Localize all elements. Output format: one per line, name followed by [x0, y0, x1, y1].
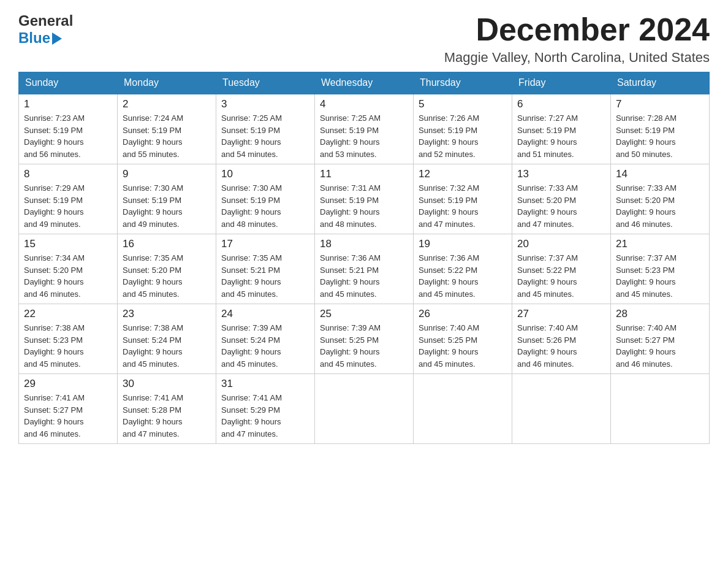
day-info: Sunrise: 7:39 AM Sunset: 5:24 PM Dayligh…: [221, 322, 309, 370]
day-info: Sunrise: 7:34 AM Sunset: 5:20 PM Dayligh…: [24, 252, 112, 300]
day-number: 12: [419, 168, 507, 180]
col-friday: Friday: [512, 72, 611, 94]
day-info: Sunrise: 7:33 AM Sunset: 5:20 PM Dayligh…: [616, 182, 704, 230]
day-number: 19: [419, 238, 507, 250]
calendar-week-row: 29 Sunrise: 7:41 AM Sunset: 5:27 PM Dayl…: [19, 374, 710, 444]
logo: General Blue: [18, 12, 73, 47]
day-info: Sunrise: 7:25 AM Sunset: 5:19 PM Dayligh…: [320, 112, 408, 160]
table-row: 24 Sunrise: 7:39 AM Sunset: 5:24 PM Dayl…: [216, 304, 315, 374]
table-row: 1 Sunrise: 7:23 AM Sunset: 5:19 PM Dayli…: [19, 94, 118, 164]
day-number: 31: [221, 378, 309, 390]
day-number: 8: [24, 168, 112, 180]
day-number: 27: [517, 308, 605, 320]
day-info: Sunrise: 7:27 AM Sunset: 5:19 PM Dayligh…: [517, 112, 605, 160]
table-row: 9 Sunrise: 7:30 AM Sunset: 5:19 PM Dayli…: [118, 164, 216, 234]
day-number: 4: [320, 98, 408, 110]
table-row: 13 Sunrise: 7:33 AM Sunset: 5:20 PM Dayl…: [512, 164, 611, 234]
day-number: 21: [616, 238, 704, 250]
day-info: Sunrise: 7:35 AM Sunset: 5:21 PM Dayligh…: [221, 252, 309, 300]
day-info: Sunrise: 7:32 AM Sunset: 5:19 PM Dayligh…: [419, 182, 507, 230]
day-number: 1: [24, 98, 112, 110]
day-number: 10: [221, 168, 309, 180]
day-info: Sunrise: 7:25 AM Sunset: 5:19 PM Dayligh…: [221, 112, 309, 160]
day-number: 18: [320, 238, 408, 250]
table-row: 29 Sunrise: 7:41 AM Sunset: 5:27 PM Dayl…: [19, 374, 118, 444]
table-row: 19 Sunrise: 7:36 AM Sunset: 5:22 PM Dayl…: [414, 234, 512, 304]
day-info: Sunrise: 7:24 AM Sunset: 5:19 PM Dayligh…: [123, 112, 211, 160]
col-saturday: Saturday: [611, 72, 710, 94]
table-row: 4 Sunrise: 7:25 AM Sunset: 5:19 PM Dayli…: [315, 94, 414, 164]
table-row: 16 Sunrise: 7:35 AM Sunset: 5:20 PM Dayl…: [118, 234, 216, 304]
day-info: Sunrise: 7:37 AM Sunset: 5:23 PM Dayligh…: [616, 252, 704, 300]
day-number: 26: [419, 308, 507, 320]
day-number: 7: [616, 98, 704, 110]
table-row: 25 Sunrise: 7:39 AM Sunset: 5:25 PM Dayl…: [315, 304, 414, 374]
page-header: General Blue December 2024 Maggie Valley…: [18, 12, 710, 66]
day-info: Sunrise: 7:40 AM Sunset: 5:26 PM Dayligh…: [517, 322, 605, 370]
day-info: Sunrise: 7:40 AM Sunset: 5:25 PM Dayligh…: [419, 322, 507, 370]
table-row: 21 Sunrise: 7:37 AM Sunset: 5:23 PM Dayl…: [611, 234, 710, 304]
day-number: 20: [517, 238, 605, 250]
table-row: 26 Sunrise: 7:40 AM Sunset: 5:25 PM Dayl…: [414, 304, 512, 374]
day-number: 29: [24, 378, 112, 390]
day-info: Sunrise: 7:40 AM Sunset: 5:27 PM Dayligh…: [616, 322, 704, 370]
table-row: 6 Sunrise: 7:27 AM Sunset: 5:19 PM Dayli…: [512, 94, 611, 164]
calendar-week-row: 22 Sunrise: 7:38 AM Sunset: 5:23 PM Dayl…: [19, 304, 710, 374]
table-row: 23 Sunrise: 7:38 AM Sunset: 5:24 PM Dayl…: [118, 304, 216, 374]
day-number: 6: [517, 98, 605, 110]
title-section: December 2024 Maggie Valley, North Carol…: [444, 12, 710, 66]
day-number: 28: [616, 308, 704, 320]
table-row: 28 Sunrise: 7:40 AM Sunset: 5:27 PM Dayl…: [611, 304, 710, 374]
day-number: 22: [24, 308, 112, 320]
table-row: 20 Sunrise: 7:37 AM Sunset: 5:22 PM Dayl…: [512, 234, 611, 304]
day-number: 2: [123, 98, 211, 110]
day-info: Sunrise: 7:37 AM Sunset: 5:22 PM Dayligh…: [517, 252, 605, 300]
col-monday: Monday: [118, 72, 216, 94]
day-info: Sunrise: 7:30 AM Sunset: 5:19 PM Dayligh…: [123, 182, 211, 230]
calendar-header-row: Sunday Monday Tuesday Wednesday Thursday…: [19, 72, 710, 94]
table-row: 14 Sunrise: 7:33 AM Sunset: 5:20 PM Dayl…: [611, 164, 710, 234]
day-info: Sunrise: 7:23 AM Sunset: 5:19 PM Dayligh…: [24, 112, 112, 160]
table-row: 11 Sunrise: 7:31 AM Sunset: 5:19 PM Dayl…: [315, 164, 414, 234]
calendar-week-row: 8 Sunrise: 7:29 AM Sunset: 5:19 PM Dayli…: [19, 164, 710, 234]
day-number: 3: [221, 98, 309, 110]
table-row: 2 Sunrise: 7:24 AM Sunset: 5:19 PM Dayli…: [118, 94, 216, 164]
col-thursday: Thursday: [414, 72, 512, 94]
table-row: [414, 374, 512, 444]
month-title: December 2024: [444, 12, 710, 47]
table-row: 17 Sunrise: 7:35 AM Sunset: 5:21 PM Dayl…: [216, 234, 315, 304]
table-row: 27 Sunrise: 7:40 AM Sunset: 5:26 PM Dayl…: [512, 304, 611, 374]
day-number: 14: [616, 168, 704, 180]
day-info: Sunrise: 7:33 AM Sunset: 5:20 PM Dayligh…: [517, 182, 605, 230]
table-row: [315, 374, 414, 444]
day-info: Sunrise: 7:35 AM Sunset: 5:20 PM Dayligh…: [123, 252, 211, 300]
day-number: 15: [24, 238, 112, 250]
logo-blue-text: Blue: [18, 29, 50, 47]
day-number: 13: [517, 168, 605, 180]
day-info: Sunrise: 7:41 AM Sunset: 5:27 PM Dayligh…: [24, 392, 112, 440]
table-row: 18 Sunrise: 7:36 AM Sunset: 5:21 PM Dayl…: [315, 234, 414, 304]
logo-arrow-icon: [52, 33, 62, 45]
day-info: Sunrise: 7:36 AM Sunset: 5:21 PM Dayligh…: [320, 252, 408, 300]
table-row: 12 Sunrise: 7:32 AM Sunset: 5:19 PM Dayl…: [414, 164, 512, 234]
day-info: Sunrise: 7:28 AM Sunset: 5:19 PM Dayligh…: [616, 112, 704, 160]
table-row: 8 Sunrise: 7:29 AM Sunset: 5:19 PM Dayli…: [19, 164, 118, 234]
day-info: Sunrise: 7:26 AM Sunset: 5:19 PM Dayligh…: [419, 112, 507, 160]
table-row: 3 Sunrise: 7:25 AM Sunset: 5:19 PM Dayli…: [216, 94, 315, 164]
day-number: 5: [419, 98, 507, 110]
table-row: 22 Sunrise: 7:38 AM Sunset: 5:23 PM Dayl…: [19, 304, 118, 374]
day-info: Sunrise: 7:41 AM Sunset: 5:28 PM Dayligh…: [123, 392, 211, 440]
day-number: 25: [320, 308, 408, 320]
location-subtitle: Maggie Valley, North Carolina, United St…: [444, 50, 710, 66]
table-row: 15 Sunrise: 7:34 AM Sunset: 5:20 PM Dayl…: [19, 234, 118, 304]
table-row: 30 Sunrise: 7:41 AM Sunset: 5:28 PM Dayl…: [118, 374, 216, 444]
calendar-table: Sunday Monday Tuesday Wednesday Thursday…: [18, 72, 710, 444]
day-info: Sunrise: 7:31 AM Sunset: 5:19 PM Dayligh…: [320, 182, 408, 230]
table-row: 10 Sunrise: 7:30 AM Sunset: 5:19 PM Dayl…: [216, 164, 315, 234]
day-info: Sunrise: 7:38 AM Sunset: 5:23 PM Dayligh…: [24, 322, 112, 370]
col-wednesday: Wednesday: [315, 72, 414, 94]
day-number: 17: [221, 238, 309, 250]
col-sunday: Sunday: [19, 72, 118, 94]
calendar-week-row: 1 Sunrise: 7:23 AM Sunset: 5:19 PM Dayli…: [19, 94, 710, 164]
day-number: 24: [221, 308, 309, 320]
